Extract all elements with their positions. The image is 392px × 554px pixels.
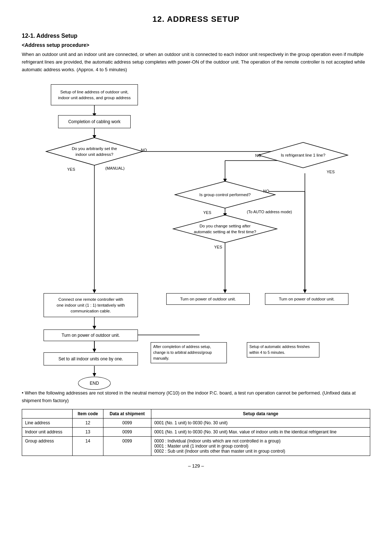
start-box: Setup of line address of outdoor unit, i… xyxy=(51,84,138,105)
diamond-indoor-address: Do you arbitrarily set theindoor unit ad… xyxy=(45,137,143,166)
description: When an outdoor unit and an indoor unit … xyxy=(22,51,370,73)
row2-range: 0001 (No. 1 unit) to 0030 (No. 30 unit) … xyxy=(151,427,370,436)
row3-item: Group address xyxy=(22,436,73,456)
row1-item: Line address xyxy=(22,418,73,427)
svg-marker-20 xyxy=(93,326,96,329)
subsection-title: <Address setup procedure> xyxy=(22,42,370,48)
col-item-header xyxy=(22,409,73,418)
diamond-group: Is group control performed? xyxy=(174,181,276,209)
brace-note-1: After completion of address setup, chang… xyxy=(151,342,227,363)
label-no1: NO xyxy=(141,148,147,152)
diamond-change: Do you change setting afterautomatic set… xyxy=(172,214,278,243)
table-row: Group address 14 0099 0000 : Individual … xyxy=(22,436,370,456)
svg-marker-18 xyxy=(223,290,227,293)
row3-range: 0000 : Individual (Indoor units which ar… xyxy=(151,436,370,456)
svg-marker-24 xyxy=(93,349,96,352)
label-manual: (MANUAL) xyxy=(105,166,124,170)
row1-shipment: 0099 xyxy=(103,418,151,427)
data-table: Item code Data at shipment Setup data ra… xyxy=(22,409,370,456)
col-itemcode-header: Item code xyxy=(73,409,103,418)
svg-marker-9 xyxy=(303,290,307,293)
col-shipment-header: Data at shipment xyxy=(103,409,151,418)
row2-code: 13 xyxy=(73,427,103,436)
main-title: 12. ADDRESS SETUP xyxy=(22,15,370,24)
row2-shipment: 0099 xyxy=(103,427,151,436)
section-title: 12-1. Address Setup xyxy=(22,33,370,39)
label-yes-change: YES xyxy=(214,245,222,249)
end-oval: END xyxy=(78,377,111,390)
power1-box: Turn on power of outdoor unit. xyxy=(44,329,138,341)
svg-marker-26 xyxy=(93,373,96,377)
connect-box: Connect one remote controller withone in… xyxy=(44,293,138,317)
col-range-header: Setup data range xyxy=(151,409,370,418)
power3-box: Turn on power of outdoor unit. xyxy=(265,293,348,305)
table-row: Line address 12 0099 0001 (No. 1 unit) t… xyxy=(22,418,370,427)
row1-code: 12 xyxy=(73,418,103,427)
row3-shipment: 0099 xyxy=(103,436,151,456)
diamond-refrigerant: Is refrigerant line 1 line? xyxy=(258,142,348,169)
row1-range: 0001 (No. 1 unit) to 0030 (No. 30 unit) xyxy=(151,418,370,427)
label-no2: NO xyxy=(255,153,261,158)
power2-box: Turn on power of outdoor unit. xyxy=(166,293,250,305)
set-box: Set to all indoor units one by one. xyxy=(44,352,138,365)
label-auto: (To AUTO address mode) xyxy=(247,210,292,214)
label-yes1: YES xyxy=(67,167,75,171)
brace-note-2: Setup of automatic address finishes with… xyxy=(247,342,319,357)
page-number: – 129 – xyxy=(22,463,370,469)
row3-code: 14 xyxy=(73,436,103,456)
svg-marker-7 xyxy=(93,290,96,293)
label-yes-refrig: YES xyxy=(327,170,335,174)
row2-item: Indoor unit address xyxy=(22,427,73,436)
flowchart: Setup of line address of outdoor unit, i… xyxy=(22,81,370,379)
cabling-box: Completion of cabling work xyxy=(58,115,131,128)
label-no-group: NO xyxy=(263,189,269,193)
bullet-text: • When the following addresses are not s… xyxy=(22,389,370,405)
table-row: Indoor unit address 13 0099 0001 (No. 1 … xyxy=(22,427,370,436)
